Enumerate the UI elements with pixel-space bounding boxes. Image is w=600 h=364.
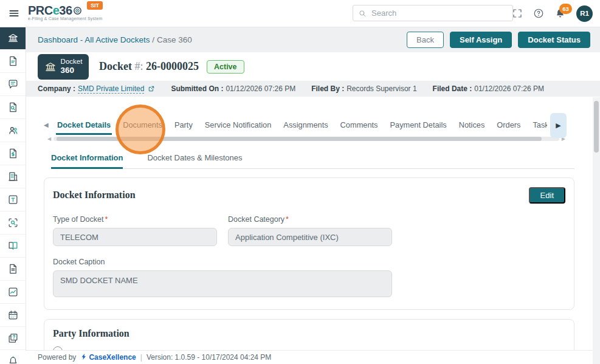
tabs-horizontal-scrollbar[interactable] bbox=[53, 137, 559, 141]
casexellence-logo-icon bbox=[80, 353, 88, 362]
help-pages-icon bbox=[7, 332, 19, 344]
required-marker: * bbox=[105, 215, 108, 224]
tabs-scrollbar-row: ◀ ▶ bbox=[47, 136, 600, 142]
avatar[interactable]: R1 bbox=[576, 5, 593, 22]
global-search bbox=[353, 5, 513, 21]
sidebar-item-users[interactable] bbox=[0, 119, 26, 142]
building-icon bbox=[7, 171, 19, 182]
text-box-icon bbox=[7, 194, 19, 205]
sidebar-item-building[interactable] bbox=[0, 165, 26, 188]
back-button[interactable]: Back bbox=[407, 32, 444, 48]
breadcrumb-current: Case 360 bbox=[157, 35, 192, 44]
sidebar-item-file-text[interactable] bbox=[0, 50, 26, 73]
required-marker: * bbox=[286, 215, 289, 224]
help-icon[interactable] bbox=[533, 8, 544, 19]
chart-icon bbox=[7, 286, 19, 298]
notifications-bell-icon[interactable]: 63 bbox=[554, 8, 566, 19]
type-of-docket-value: TELECOM bbox=[53, 228, 217, 246]
docket-status-button[interactable]: Docket Status bbox=[518, 32, 590, 48]
docket-header: Docket 360 Docket #: 26-0000025 Active bbox=[26, 52, 600, 81]
tab-service-notification[interactable]: Service Notification bbox=[199, 115, 278, 135]
tabs-row: ◀ Docket DetailsDocumentsPartyService No… bbox=[44, 115, 600, 135]
sidebar-item-chart[interactable] bbox=[0, 281, 26, 304]
meta-label: Filed By : bbox=[311, 84, 344, 93]
meta-item: Company :SMD Private Limited bbox=[38, 84, 155, 94]
meta-item: Submitted On :01/12/2026 07:26 PM bbox=[171, 84, 295, 93]
sidebar-item-bell-outline[interactable] bbox=[0, 350, 26, 364]
meta-item: Filed By :Records Supervisor 1 bbox=[311, 84, 416, 93]
company-link[interactable]: SMD Private Limited bbox=[78, 84, 144, 94]
sidebar-item-file[interactable] bbox=[0, 258, 26, 281]
sidebar bbox=[0, 27, 26, 364]
casexellence-brand[interactable]: CaseXellence bbox=[80, 353, 136, 362]
self-assign-button[interactable]: Self Assign bbox=[450, 32, 512, 48]
book-icon bbox=[7, 240, 19, 252]
sidebar-item-bank[interactable] bbox=[0, 27, 26, 50]
search-input[interactable] bbox=[370, 8, 512, 18]
sidebar-item-text-box[interactable] bbox=[0, 188, 26, 211]
tabs-scrollbar-thumb[interactable] bbox=[57, 137, 542, 141]
meta-value: 01/12/2026 07:26 PM bbox=[474, 84, 544, 93]
external-link-icon[interactable] bbox=[148, 85, 155, 92]
scrollbar-left-arrow-icon[interactable]: ◀ bbox=[47, 136, 53, 142]
tab-tasks[interactable]: Tasks bbox=[526, 115, 547, 135]
docket-category-value: Application Competitive (IXC) bbox=[228, 228, 392, 246]
users-icon bbox=[7, 125, 19, 136]
search-icon bbox=[358, 9, 367, 18]
meta-label: Submitted On : bbox=[171, 84, 223, 93]
party-information-card: Party Information bbox=[44, 319, 574, 351]
card-title: Docket Information bbox=[53, 190, 136, 201]
sidebar-item-scan-search[interactable] bbox=[0, 211, 26, 235]
file-text-icon bbox=[7, 55, 19, 67]
meta-label: Company : bbox=[38, 84, 75, 93]
tab-orders[interactable]: Orders bbox=[491, 115, 526, 135]
sidebar-item-calendar[interactable] bbox=[0, 304, 26, 327]
main-content: ◀ Docket DetailsDocumentsPartyService No… bbox=[26, 97, 600, 351]
tabs-scroll-right-button[interactable]: ▶ bbox=[550, 113, 567, 138]
docket-category-field: Docket Category* Application Competitive… bbox=[228, 215, 392, 246]
subtab-docket-information[interactable]: Docket Information bbox=[51, 149, 123, 168]
logo-tagline: e-Filing & Case Management System bbox=[28, 16, 103, 21]
meta-value: 01/12/2026 07:26 PM bbox=[226, 84, 295, 93]
sidebar-item-file-search[interactable] bbox=[0, 96, 26, 119]
subtab-docket-dates-milestones[interactable]: Docket Dates & Milestones bbox=[147, 149, 242, 168]
tab-assignments[interactable]: Assignments bbox=[277, 115, 334, 135]
docket-category-label: Docket Category* bbox=[228, 215, 392, 224]
page-vertical-scrollbar[interactable] bbox=[593, 97, 600, 364]
logo-target-icon bbox=[73, 4, 82, 13]
footer: Powered by CaseXellence | Version: 1.0.5… bbox=[26, 350, 600, 364]
docket-360-badge: Docket 360 bbox=[38, 54, 89, 80]
tab-documents[interactable]: Documents bbox=[117, 115, 168, 135]
card-title: Party Information bbox=[53, 328, 129, 338]
type-of-docket-label: Type of Docket* bbox=[53, 215, 217, 224]
fullscreen-icon[interactable] bbox=[512, 8, 523, 19]
sidebar-item-help-pages[interactable] bbox=[0, 327, 26, 350]
powered-by-label: Powered by bbox=[38, 353, 76, 362]
hamburger-menu-icon[interactable] bbox=[6, 7, 22, 20]
docket-information-card: Docket Information Edit Type of Docket* … bbox=[44, 177, 574, 310]
logo-text: PRC bbox=[28, 4, 53, 18]
tab-comments[interactable]: Comments bbox=[334, 115, 384, 135]
bell-outline-icon bbox=[7, 355, 19, 364]
docket-badge-bottom: 360 bbox=[61, 66, 83, 75]
meta-label: Filed Date : bbox=[433, 84, 472, 93]
sidebar-item-book[interactable] bbox=[0, 235, 26, 258]
app-window: PRCe36 e-Filing & Case Management System… bbox=[0, 0, 600, 364]
edit-button[interactable]: Edit bbox=[529, 187, 565, 204]
invoice-icon bbox=[7, 148, 19, 159]
status-badge: Active bbox=[207, 60, 244, 74]
tabs: Docket DetailsDocumentsPartyService Noti… bbox=[51, 115, 547, 135]
tab-docket-details[interactable]: Docket Details bbox=[51, 115, 117, 135]
vertical-scrollbar-thumb[interactable] bbox=[594, 101, 599, 153]
docket-caption-label: Docket Caption bbox=[53, 258, 565, 266]
sidebar-item-invoice[interactable] bbox=[0, 142, 26, 165]
breadcrumb-link[interactable]: Dashboard - All Active Dockets bbox=[38, 35, 150, 44]
docket-badge-top: Docket bbox=[61, 58, 83, 66]
sidebar-item-chat[interactable] bbox=[0, 73, 26, 96]
tab-party[interactable]: Party bbox=[168, 115, 199, 135]
version-label: Version: 1.0.59 - 10/17/2024 04:24 PM bbox=[147, 353, 271, 362]
tab-notices[interactable]: Notices bbox=[453, 115, 491, 135]
tab-payment-details[interactable]: Payment Details bbox=[384, 115, 452, 135]
breadcrumb-bar: Dashboard - All Active Dockets / Case 36… bbox=[26, 27, 600, 52]
tabs-scroll-left-icon[interactable]: ◀ bbox=[44, 122, 51, 128]
